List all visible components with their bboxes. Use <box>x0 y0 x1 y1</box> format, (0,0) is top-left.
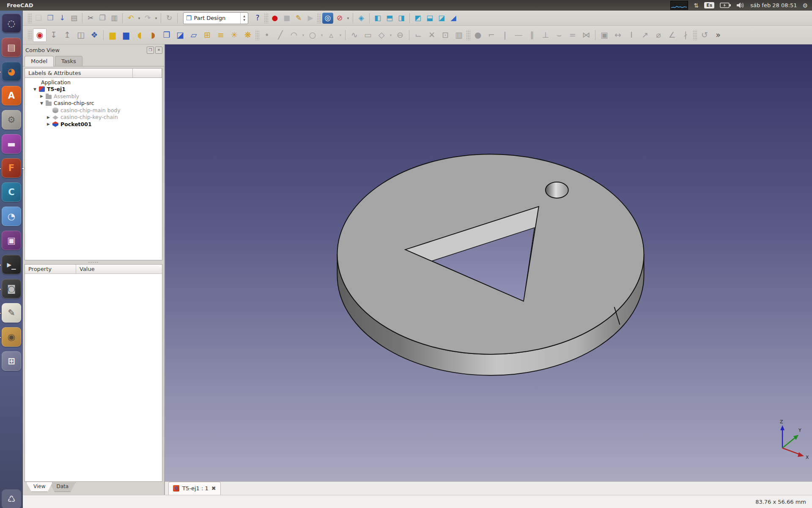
launcher-item-chromium[interactable]: ◔ <box>2 207 21 226</box>
keychain-hole[interactable] <box>546 182 568 198</box>
workbench-selector[interactable]: ❒ Part Design ▲ ▼ <box>183 12 248 24</box>
tab-model[interactable]: Model <box>25 56 54 66</box>
toolbar-separator[interactable] <box>407 30 411 40</box>
constraint-angle-button[interactable]: ∠ <box>666 29 678 41</box>
toolbar-grip[interactable] <box>264 13 268 23</box>
fit-all-button[interactable]: ◎ <box>322 13 333 24</box>
launcher-item-safe[interactable]: ◙ <box>2 279 21 298</box>
top-view-button[interactable]: ⬒ <box>384 13 395 24</box>
paste-button[interactable]: ▥ <box>109 13 120 24</box>
sketch-polyline-button[interactable]: ∿ <box>348 29 361 41</box>
launcher-item-gimp[interactable]: ◉ <box>2 327 21 347</box>
constraint-radius-button[interactable]: ⌀ <box>652 29 665 41</box>
sketch-slot-button[interactable]: ⊖ <box>394 29 406 41</box>
launcher-item-workspaces[interactable]: ⊞ <box>2 351 21 371</box>
sketch-rectangle-button[interactable]: ▭ <box>362 29 374 41</box>
expander-icon[interactable]: ▶ <box>40 94 46 98</box>
sketch-circle-button[interactable]: ○ <box>306 29 319 41</box>
constraint-equal-button[interactable]: = <box>566 29 579 41</box>
constraint-parallel-button[interactable]: ∥ <box>526 29 538 41</box>
pad-button[interactable]: ▆ <box>106 29 119 41</box>
copy-button[interactable]: ❐ <box>97 13 108 24</box>
chamfer-button[interactable]: ◪ <box>174 29 187 41</box>
sketch-fillet-button[interactable]: ⌙ <box>412 29 425 41</box>
validate-sketch-button[interactable]: ❖ <box>88 29 101 41</box>
expander-icon[interactable]: ▼ <box>40 101 46 105</box>
document-tab-close-icon[interactable]: ✖ <box>211 485 216 491</box>
create-sketch-button[interactable]: ◉ <box>33 28 47 42</box>
launcher-item-freecad[interactable]: F <box>2 158 21 178</box>
system-monitor-applet[interactable] <box>670 1 688 10</box>
workbench-spinner[interactable]: ▲ ▼ <box>240 13 248 24</box>
refresh-button[interactable]: ↻ <box>164 13 175 24</box>
sketch-trim-button[interactable]: ✕ <box>425 29 438 41</box>
pocket-button[interactable]: ▆ <box>120 29 132 41</box>
toolbar-separator[interactable] <box>343 30 348 40</box>
launcher-item-c-app[interactable]: C <box>2 182 21 202</box>
panel-close-button[interactable]: ✕ <box>155 47 162 54</box>
toolbar-separator[interactable] <box>367 13 372 23</box>
tree-item-casino-chip-src[interactable]: ▼ Casino-chip-src <box>25 100 162 107</box>
launcher-item-dash[interactable]: ◌ <box>2 14 21 33</box>
tab-data[interactable]: Data <box>49 482 76 492</box>
toolbar-grip[interactable] <box>28 13 32 23</box>
circle-dropdown-caret[interactable]: ▾ <box>319 33 324 37</box>
launcher-item-settings[interactable]: ⚙ <box>2 110 21 130</box>
toolbar-grip[interactable] <box>255 30 259 40</box>
macro-stop-button[interactable]: ■ <box>281 13 292 24</box>
measure-distance-button[interactable]: ◢ <box>448 13 459 24</box>
toolbar-separator[interactable] <box>407 13 412 23</box>
expander-icon[interactable]: ▶ <box>47 115 52 119</box>
macro-execute-button[interactable]: ▶ <box>305 13 316 24</box>
draw-style-caret[interactable]: ▾ <box>346 16 351 20</box>
toolbar-separator[interactable] <box>593 30 598 40</box>
macro-record-button[interactable]: ● <box>269 13 280 24</box>
tab-tasks[interactable]: Tasks <box>55 56 82 66</box>
external-geometry-button[interactable]: ⊡ <box>439 29 452 41</box>
launcher-item-firefox[interactable]: ◕ <box>2 62 21 81</box>
sketch-polygon-button[interactable]: ◇ <box>375 29 388 41</box>
sketch-line-button[interactable]: ╱ <box>274 29 287 41</box>
multitransform-button[interactable]: ❋ <box>241 29 254 41</box>
save-button[interactable]: ↓ <box>57 13 68 24</box>
print-button[interactable]: ▤ <box>69 13 80 24</box>
constraint-vertical-distance-button[interactable]: I <box>625 29 638 41</box>
keyboard-layout-indicator[interactable]: Es <box>704 2 714 8</box>
right-view-button[interactable]: ◨ <box>396 13 407 24</box>
tree-item-casino-chip-main-body[interactable]: casino-chip-main body <box>25 107 162 114</box>
panel-float-button[interactable]: ❐ <box>147 47 154 54</box>
toolbar-grip[interactable] <box>693 30 697 40</box>
constraint-tangent-button[interactable]: ⌣ <box>553 29 565 41</box>
toolbar-grip[interactable] <box>466 30 470 40</box>
tree-item-label[interactable]: T5-ej1 <box>47 86 66 92</box>
tree-item-label[interactable]: Casino-chip-src <box>54 100 94 106</box>
bottom-view-button[interactable]: ⬓ <box>424 13 435 24</box>
redo-dropdown-caret[interactable]: ▾ <box>154 16 159 20</box>
constraint-horizontal-distance-button[interactable]: ↔ <box>612 29 624 41</box>
redo-button[interactable]: ↷ <box>142 13 153 24</box>
volume-icon[interactable] <box>736 2 745 8</box>
fillet-button[interactable]: ❒ <box>160 29 173 41</box>
toggle-driving-constraint-button[interactable]: ↺ <box>698 29 711 41</box>
tree-item-t5-ej1[interactable]: ▼ T5-ej1 <box>25 86 162 93</box>
constraint-symmetric-button[interactable]: ⋈ <box>580 29 593 41</box>
axonometric-view-button[interactable]: ◈ <box>356 13 367 24</box>
toolbar-separator[interactable] <box>120 13 125 23</box>
polygon-dropdown-caret[interactable]: ▾ <box>388 33 393 37</box>
document-tab[interactable]: ⚙ T5-ej1 : 1 ✖ <box>168 482 221 495</box>
mirrored-button[interactable]: ⊞ <box>201 29 214 41</box>
conic-dropdown-caret[interactable]: ▾ <box>338 33 343 37</box>
launcher-item-terminal[interactable]: ▸_ <box>2 255 21 274</box>
front-view-button[interactable]: ◧ <box>372 13 383 24</box>
tree-item-label[interactable]: casino-chip-main body <box>60 107 121 113</box>
tree-item-label[interactable]: Assembly <box>54 93 79 99</box>
left-view-button[interactable]: ◪ <box>436 13 447 24</box>
tree-item-casino-chip-key-chain[interactable]: ▶ casino-chip-key-chain <box>25 114 162 121</box>
macro-edit-button[interactable]: ✎ <box>293 13 304 24</box>
document-tab-label[interactable]: T5-ej1 : 1 <box>182 485 208 491</box>
constraint-perpendicular-button[interactable]: ⊥ <box>539 29 552 41</box>
tab-view[interactable]: View <box>26 482 52 492</box>
toolbar-grip[interactable] <box>28 30 32 40</box>
draft-button[interactable]: ▱ <box>187 29 200 41</box>
sketch-arc-button[interactable]: ◠ <box>288 29 300 41</box>
